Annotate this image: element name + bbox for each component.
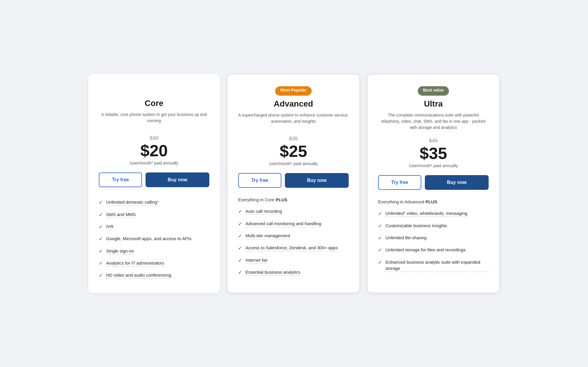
try-free-button-ultra[interactable]: Try free [378,175,421,190]
plan-description-advanced: A supercharged phone system to enhance c… [238,112,349,129]
list-item: ✓Analytics for IT administrators [99,260,209,267]
list-item: ✓IVR [99,223,209,230]
badge-container-advanced: Most Popular [238,86,349,96]
feature-text: Unlimited file-sharing [385,235,427,241]
checkmark-icon: ✓ [99,224,103,230]
list-item: ✓Advanced call monitoring and handling [238,220,349,227]
buy-now-button-advanced[interactable]: Buy now [285,173,349,188]
checkmark-icon: ✓ [99,260,103,267]
feature-text: Unlimited domestic calling* [106,199,159,206]
checkmark-icon: ✓ [378,259,382,266]
button-group-ultra: Try freeBuy now [378,175,489,190]
list-item: ✓Unlimited storage for files and recordi… [378,247,489,253]
checkmark-icon: ✓ [378,223,382,229]
feature-text: Google, Microsoft apps, and access to AP… [106,235,191,242]
list-item: ✓Google, Microsoft apps, and access to A… [99,235,209,242]
pricing-container: CoreA reliable, core phone system to get… [88,74,500,293]
list-item: ✓Single sign-on [99,248,209,255]
list-item: ✓Unlimited domestic calling* [99,199,209,206]
feature-text: Internet fax [245,257,268,264]
original-price-core: $30 [99,135,209,141]
price-note-core: /user/month* paid annually [99,161,209,165]
checkmark-icon: ✓ [99,248,103,255]
list-item: ✓Essential business analytics [238,269,349,276]
try-free-button-advanced[interactable]: Try free [238,173,281,188]
checkmark-icon: ✓ [99,236,103,242]
feature-text: HD video and audio conferencing [106,272,171,279]
feature-text: Multi-site management [245,233,290,239]
plan-card-ultra: Best valueUltraThe complete communicatio… [367,74,500,293]
original-price-advanced: $35 [238,136,349,142]
list-item: ✓Access to Salesforce, Zendesk, and 300+… [238,245,349,251]
button-group-core: Try freeBuy now [99,172,209,187]
list-item: ✓Unlimited file-sharing [378,235,489,241]
badge-container-core [99,86,209,95]
plan-name-core: Core [99,99,209,108]
plan-name-ultra: Ultra [378,99,489,109]
checkmark-icon: ✓ [238,245,242,251]
list-item: ✓Unlimited* video, whiteboards, messagin… [378,210,489,217]
feature-text: Unlimited* video, whiteboards, messaging [385,210,467,217]
includes-label-advanced: Everything in Core PLUS [238,197,349,202]
feature-text: IVR [106,223,113,230]
feature-text: Enhanced business analytic suite with ex… [385,259,489,272]
feature-text: Access to Salesforce, Zendesk, and 300+ … [245,245,338,251]
checkmark-icon: ✓ [238,221,242,227]
checkmark-icon: ✓ [238,269,242,276]
buy-now-button-core[interactable]: Buy now [146,172,209,187]
feature-text: Analytics for IT administrators [106,260,164,267]
checkmark-icon: ✓ [99,272,103,279]
checkmark-icon: ✓ [238,257,242,264]
badge-container-ultra: Best value [378,86,489,96]
feature-text: Customizable business insights [385,222,447,229]
plan-card-core: CoreA reliable, core phone system to get… [88,74,220,293]
plan-description-core: A reliable, core phone system to get you… [99,112,209,128]
button-group-advanced: Try freeBuy now [238,173,349,188]
feature-text: Essential business analytics [245,269,300,276]
list-item: ✓HD video and audio conferencing [99,272,209,279]
original-price-ultra: $45 [378,138,489,144]
feature-text: SMS and MMS [106,211,136,218]
features-list-advanced: ✓Auto call recording✓Advanced call monit… [238,208,349,276]
plan-name-advanced: Advanced [238,99,349,109]
plan-description-ultra: The complete communications suite with p… [378,112,489,131]
pricing-section-advanced: $35$25/user/month* paid annually [238,136,349,166]
list-item: ✓Auto call recording [238,208,349,215]
current-price-advanced: $25 [238,143,349,160]
plan-card-advanced: Most PopularAdvancedA supercharged phone… [227,74,360,293]
feature-text: Single sign-on [106,248,134,255]
checkmark-icon: ✓ [238,208,242,215]
feature-text: Unlimited storage for files and recordin… [385,247,466,253]
checkmark-icon: ✓ [378,210,382,217]
feature-text: Auto call recording [245,208,282,215]
list-item: ✓SMS and MMS [99,211,209,218]
price-note-advanced: /user/month* paid annually [238,161,349,166]
checkmark-icon: ✓ [378,247,382,253]
buy-now-button-ultra[interactable]: Buy now [425,175,489,190]
badge-advanced: Most Popular [275,86,312,96]
includes-label-ultra: Everything in Advanced PLUS [378,199,489,204]
checkmark-icon: ✓ [378,235,382,241]
checkmark-icon: ✓ [99,199,103,206]
try-free-button-core[interactable]: Try free [99,172,142,187]
features-list-ultra: ✓Unlimited* video, whiteboards, messagin… [378,210,489,272]
badge-ultra: Best value [418,86,449,96]
pricing-section-core: $30$20/user/month* paid annually [99,135,209,165]
checkmark-icon: ✓ [238,233,242,239]
price-note-ultra: /user/month* paid annually [378,163,489,168]
features-list-core: ✓Unlimited domestic calling*✓SMS and MMS… [99,199,209,279]
current-price-ultra: $35 [378,145,489,162]
list-item: ✓Internet fax [238,257,349,264]
list-item: ✓Enhanced business analytic suite with e… [378,259,489,272]
current-price-core: $20 [99,142,209,159]
pricing-section-ultra: $45$35/user/month* paid annually [378,138,489,168]
list-item: ✓Multi-site management [238,233,349,239]
list-item: ✓Customizable business insights [378,222,489,229]
checkmark-icon: ✓ [99,212,103,218]
feature-text: Advanced call monitoring and handling [245,220,321,227]
